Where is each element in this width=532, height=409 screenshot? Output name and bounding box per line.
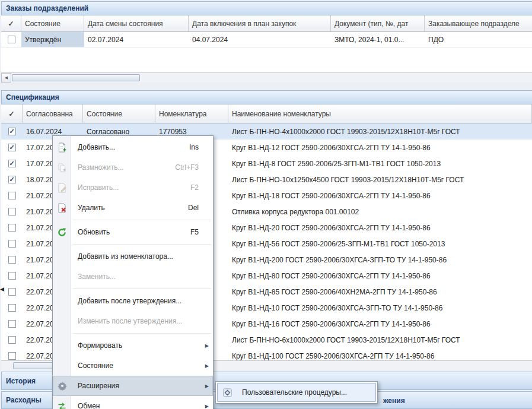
orders-cell-2: 04.07.2024 [189, 32, 331, 47]
empty-icon-slot [56, 271, 68, 282]
row-checkbox[interactable] [8, 144, 16, 151]
add-document-icon [56, 142, 68, 153]
row-checkbox[interactable] [8, 160, 16, 167]
spec-row-checkbox-cell [1, 332, 23, 348]
orders-cell-0: Утверждён [21, 32, 84, 47]
spec-select-all-header[interactable]: ✓ [1, 104, 23, 123]
row-checkbox[interactable] [8, 208, 16, 215]
menu-item-add[interactable]: Добавить...Ins [53, 137, 213, 157]
spec-grid-header: ✓СогласованнаСостояниеНоменклатураНаимен… [1, 104, 532, 123]
spec-row-checkbox-cell [1, 156, 23, 172]
empty-icon-slot [56, 316, 68, 326]
history-panel-title: История [6, 377, 36, 385]
spec-cell-3: Круг В1-НД-20 ГОСТ 2590-2006/30ХГСА-2ГП … [228, 220, 532, 236]
orders-row-checkbox-cell [1, 32, 21, 47]
orders-panel-title: Заказы подразделений [6, 4, 88, 12]
orders-column-header-2[interactable]: Дата включения в план закупок [189, 15, 331, 32]
expense-panel-title: Расходны [6, 396, 42, 404]
scrollbar-thumb[interactable] [12, 74, 140, 81]
row-checkbox[interactable] [8, 256, 16, 264]
orders-horizontal-scrollbar[interactable]: ◀ [1, 72, 532, 83]
orders-column-header-0[interactable]: Состояние [21, 15, 84, 32]
submenu-arrow-icon: ▶ [205, 404, 209, 409]
spec-column-header-0[interactable]: Согласованна [23, 104, 83, 123]
row-checkbox[interactable] [8, 240, 16, 248]
submenu-item-user-procedures[interactable]: Пользовательские процедуры... [217, 383, 376, 402]
row-checkbox[interactable] [8, 272, 16, 280]
menu-item-extensions[interactable]: Расширения▶ [53, 376, 213, 396]
menu-item-shortcut: Ins [181, 143, 199, 151]
delete-document-icon [56, 202, 68, 213]
empty-icon-slot [56, 251, 68, 262]
spec-row-checkbox-cell [1, 139, 23, 156]
context-menu: Добавить...InsРазмножить...Ctrl+F3Исправ… [52, 135, 214, 409]
orders-select-all-header[interactable]: ✓ [1, 15, 21, 32]
spec-row-checkbox-cell [1, 172, 23, 188]
spec-cell-3: Лист Б-ПН-НО-10х1250х4500 ГОСТ 19903-201… [228, 172, 532, 188]
spec-row-checkbox-cell [1, 252, 23, 268]
row-checkbox[interactable] [8, 288, 16, 296]
empty-icon-slot [56, 296, 68, 306]
submenu-item-label: Пользовательские процедуры... [242, 388, 347, 397]
menu-item-delete[interactable]: УдалитьDel [53, 198, 213, 218]
spec-cell-3: Круг В1-НД-85 ГОСТ 2590-2006/40ХН2МА-2ГП… [228, 284, 532, 300]
row-checkbox[interactable] [8, 192, 16, 199]
menu-item-add-after-approval[interactable]: Добавить после утверждения... [53, 291, 213, 311]
spec-column-header-2[interactable]: Номенклатура [155, 104, 228, 123]
splitter-collapse-arrow-icon[interactable]: ◀ [0, 287, 4, 292]
empty-icon-slot [56, 360, 68, 371]
extensions-icon [56, 381, 68, 391]
menu-item-exchange[interactable]: Обмен▶ [53, 396, 213, 409]
spec-cell-3: Круг В1-НД-100 ГОСТ 2590-2006/30ХГСА-2ГП… [228, 348, 532, 360]
orders-column-header-1[interactable]: Дата смены состояния [84, 15, 189, 32]
menu-item-label: Исправить... [78, 183, 119, 192]
spec-row-checkbox-cell [1, 236, 23, 252]
row-checkbox[interactable] [8, 176, 16, 183]
orders-cell-1: 02.07.2024 [84, 32, 189, 47]
exchange-icon [56, 401, 68, 409]
row-checkbox[interactable] [8, 352, 16, 360]
spec-row-checkbox-cell [1, 348, 23, 360]
menu-item-label: Размножить... [78, 163, 124, 172]
menu-separator [72, 244, 211, 245]
spec-row-checkbox-cell [1, 300, 23, 316]
menu-item-shortcut: F5 [182, 228, 199, 236]
menu-item-refresh[interactable]: ОбновитьF5 [53, 222, 213, 242]
spec-column-header-3[interactable]: Наименование номенклатуры [228, 104, 532, 123]
orders-panel-header[interactable]: Заказы подразделений [1, 1, 532, 15]
row-checkbox[interactable] [8, 36, 15, 43]
orders-row-0[interactable]: Утверждён02.07.202404.07.2024ЗМТО, 2024-… [1, 32, 532, 47]
extensions-submenu: Пользовательские процедуры... [215, 381, 378, 404]
spec-column-header-1[interactable]: Состояние [83, 104, 155, 123]
orders-cell-4: ПДО [425, 32, 532, 47]
submenu-arrow-icon: ▶ [205, 363, 209, 369]
spec-row-checkbox-cell [1, 268, 23, 284]
spec-cell-3: Лист Б-ПН-НО-4х1000х2000 ГОСТ 19903-2015… [228, 123, 532, 139]
menu-item-label: Обмен [78, 402, 100, 409]
row-checkbox[interactable] [8, 224, 16, 232]
orders-column-header-4[interactable]: Заказывающее подразделе [425, 15, 532, 32]
spec-cell-3: Круг В1-НД-16 ГОСТ 2590-2006/30ХГСА-2ГП … [228, 316, 532, 332]
menu-item-edit: Исправить...F2 [53, 177, 213, 198]
spec-cell-3: Круг В1-НД-80 ГОСТ 2590-2006/30ХГСА-2ГП … [228, 268, 532, 284]
spec-row-checkbox-cell [1, 220, 23, 236]
right-panel-title-fragment: жения [383, 397, 405, 405]
row-checkbox[interactable] [8, 320, 16, 328]
clone-document-icon [56, 162, 68, 173]
menu-item-label: Добавить после утверждения... [78, 297, 181, 305]
scroll-left-icon: ◀ [5, 75, 8, 80]
orders-column-header-3[interactable]: Документ (тип, №, дат [331, 15, 425, 32]
menu-item-form[interactable]: Формировать▶ [53, 335, 213, 356]
spec-cell-3: Круг В1-НД-12 ГОСТ 2590-2006/30ХГСА-2ГП … [228, 139, 532, 156]
menu-item-shortcut: Del [180, 204, 199, 212]
menu-separator [72, 288, 211, 289]
row-checkbox[interactable] [8, 304, 16, 312]
menu-item-state[interactable]: Состояние▶ [53, 356, 213, 376]
spec-cell-3: Отливка корпуса редуктора 001.00102 [228, 204, 532, 220]
row-checkbox[interactable] [8, 336, 16, 344]
spec-panel-header[interactable]: Спецификация [1, 90, 532, 104]
menu-item-shortcut: Ctrl+F3 [167, 163, 199, 172]
row-checkbox[interactable] [8, 128, 16, 135]
scroll-left-button[interactable]: ◀ [1, 73, 11, 83]
menu-item-add-from-nomenclator[interactable]: Добавить из номенклатора... [53, 246, 213, 267]
